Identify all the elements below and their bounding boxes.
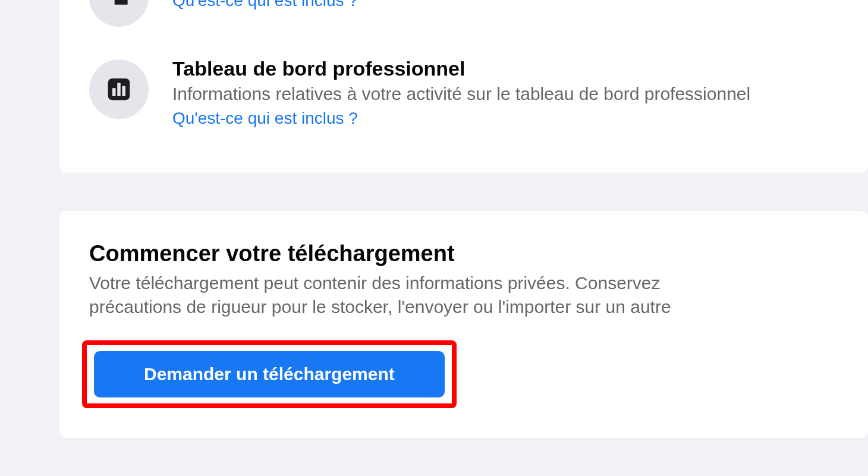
item-description: Informations relatives à votre activité … — [172, 82, 838, 105]
request-download-button[interactable]: Demander un téléchargement — [94, 351, 445, 397]
svg-rect-6 — [122, 86, 126, 96]
download-description: Votre téléchargement peut contenir des i… — [89, 271, 838, 320]
dashboard-icon-circle — [89, 60, 149, 119]
item-title: Tableau de bord professionnel — [172, 57, 838, 81]
item-content: Tableau de bord professionnel Informatio… — [172, 57, 838, 128]
download-title: Commencer votre téléchargement — [89, 241, 838, 267]
highlight-annotation: Demander un téléchargement — [82, 340, 457, 408]
whats-included-link[interactable]: Qu'est-ce qui est inclus ? — [172, 109, 358, 127]
bar-chart-icon — [106, 76, 132, 102]
list-item-dashboard: Tableau de bord professionnel Informatio… — [59, 57, 868, 128]
svg-rect-4 — [112, 88, 116, 96]
whats-included-link[interactable]: Qu'est-ce qui est inclus ? — [172, 0, 358, 10]
options-card: Informations sur les opportunités de bon… — [59, 0, 868, 173]
item-content: Informations sur les opportunités de bon… — [172, 0, 838, 10]
download-card: Commencer votre téléchargement Votre tél… — [59, 211, 868, 438]
layers-icon — [106, 0, 132, 10]
list-item-bonus: Informations sur les opportunités de bon… — [59, 0, 868, 27]
bonus-icon-circle — [89, 0, 149, 27]
svg-rect-5 — [117, 83, 121, 96]
svg-rect-2 — [115, 0, 128, 5]
